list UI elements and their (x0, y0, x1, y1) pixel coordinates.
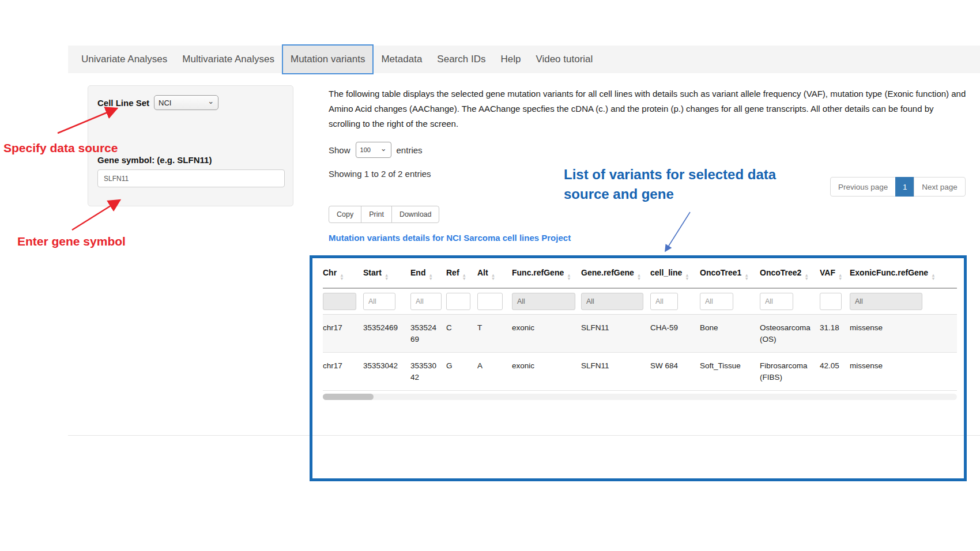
annotation-list-of-variants-line2: source and gene (564, 184, 776, 204)
table-title-link[interactable]: Mutation variants details for NCI Sarcom… (329, 233, 571, 243)
showing-entries-status: Showing 1 to 2 of 2 entries (329, 169, 431, 179)
arrow-to-variants-table (665, 212, 690, 251)
navbar-tabs: Univariate AnalysesMultivariate Analyses… (74, 47, 600, 71)
sidebar-panel: Cell Line Set NCI ⌄ Gene symbol: (e.g. S… (88, 85, 293, 206)
table-description: The following table displays the selecte… (329, 86, 967, 131)
table-highlight-box (310, 255, 967, 481)
cell-line-set-value: NCI (159, 99, 171, 107)
entries-label: entries (397, 145, 423, 155)
export-toolbar: CopyPrintDownload (329, 206, 439, 223)
annotation-list-of-variants-line1: List of variants for selected data (564, 165, 776, 184)
tab-multivariate-analyses[interactable]: Multivariate Analyses (175, 54, 282, 65)
show-label: Show (329, 145, 350, 155)
gene-symbol-input[interactable] (97, 169, 285, 187)
entries-per-page-select[interactable]: 100 ⌄ (356, 142, 391, 158)
chevron-down-icon: ⌄ (208, 99, 214, 104)
tab-mutation-variants[interactable]: Mutation variants (282, 44, 374, 74)
show-entries-control: Show 100 ⌄ entries (329, 142, 423, 158)
cell-line-set-select[interactable]: NCI ⌄ (154, 95, 218, 110)
next-page-button[interactable]: Next page (914, 177, 966, 197)
copy-button[interactable]: Copy (329, 206, 361, 223)
tab-univariate-analyses[interactable]: Univariate Analyses (74, 54, 175, 65)
pagination: Previous page 1 Next page (830, 177, 966, 197)
navbar: Univariate AnalysesMultivariate Analyses… (68, 46, 980, 73)
annotation-specify-data-source: Specify data source (3, 141, 118, 155)
download-button[interactable]: Download (391, 206, 440, 223)
chevron-down-icon: ⌄ (380, 146, 387, 152)
annotation-enter-gene-symbol: Enter gene symbol (17, 235, 126, 248)
entries-per-page-value: 100 (360, 146, 371, 153)
page-1-button[interactable]: 1 (895, 177, 914, 197)
tab-search-ids[interactable]: Search IDs (429, 54, 493, 65)
tab-help[interactable]: Help (493, 54, 528, 65)
previous-page-button[interactable]: Previous page (830, 177, 896, 197)
print-button[interactable]: Print (361, 206, 392, 223)
annotation-list-of-variants: List of variants for selected data sourc… (564, 165, 776, 204)
tab-video-tutorial[interactable]: Video tutorial (528, 54, 600, 65)
cell-line-set-label: Cell Line Set (97, 98, 149, 108)
gene-symbol-label: Gene symbol: (e.g. SLFN11) (97, 155, 284, 165)
tab-metadata[interactable]: Metadata (374, 54, 429, 65)
